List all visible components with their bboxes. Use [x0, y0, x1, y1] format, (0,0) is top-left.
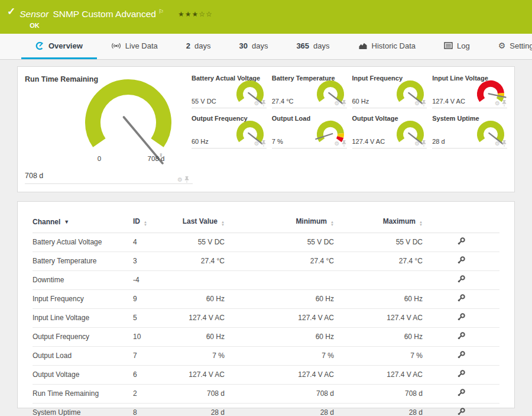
gauge-actions: ⚙ [177, 176, 189, 183]
pin-icon[interactable] [421, 100, 426, 107]
channel-minimum: 127.4 V AC [225, 309, 334, 328]
channel-settings-button[interactable] [457, 237, 466, 246]
channel-settings-button[interactable] [457, 275, 466, 283]
gauge-icon [35, 41, 44, 50]
column-header-id[interactable]: ID▲▼ [133, 212, 177, 233]
pin-icon[interactable] [342, 140, 346, 147]
channel-id: 5 [133, 309, 177, 328]
gauge-actions: ⚙ [335, 100, 346, 107]
gear-icon[interactable]: ⚙ [335, 141, 340, 147]
gauge-value: 60 Hz [192, 138, 209, 145]
pin-icon[interactable] [502, 140, 507, 147]
gauge-cell-output-load[interactable]: Output Load7 %⚙ [272, 115, 347, 149]
tab-live-data[interactable]: Live Data [97, 34, 172, 59]
tab-number: 2 [186, 41, 190, 50]
pin-icon[interactable] [261, 140, 266, 147]
channel-settings-button[interactable] [457, 312, 466, 321]
pin-icon[interactable] [342, 100, 346, 107]
tab-overview[interactable]: Overview [21, 34, 97, 59]
gauge-arc-green [239, 124, 260, 140]
pin-icon[interactable] [421, 140, 426, 147]
gear-icon[interactable]: ⚙ [177, 177, 183, 183]
channel-name[interactable]: Battery Temperature [33, 252, 133, 271]
gear-icon[interactable]: ⚙ [414, 141, 420, 147]
tab-number: 30 [239, 41, 247, 50]
priority-stars[interactable]: ★★★☆☆ [178, 10, 213, 18]
channel-settings-button[interactable] [457, 331, 466, 340]
tab-365-days[interactable]: 365 days [282, 34, 343, 59]
channel-name[interactable]: System Uptime [33, 404, 133, 416]
channel-id: 3 [133, 252, 177, 271]
channel-maximum: 127.4 V AC [334, 309, 423, 328]
channel-last-value: 60 Hz [177, 290, 225, 309]
channel-name[interactable]: Output Load [33, 347, 133, 366]
column-header-minimum[interactable]: Minimum▲▼ [225, 212, 334, 233]
channel-id: 9 [133, 290, 177, 309]
gauge-cell-input-line-voltage[interactable]: Input Line Voltage127.4 V AC⚙ [432, 75, 507, 108]
pin-icon[interactable] [184, 176, 189, 183]
channel-name[interactable]: Output Voltage [33, 366, 133, 385]
gauge-cell-battery-temperature[interactable]: Battery Temperature27.4 °C⚙ [272, 75, 347, 108]
primary-gauge: 0 708 d x̄ [72, 76, 184, 165]
pin-icon[interactable] [502, 100, 507, 107]
tab-2-days[interactable]: 2 days [172, 34, 225, 59]
tab-historic-data[interactable]: Historic Data [344, 34, 430, 59]
channel-minimum: 60 Hz [225, 328, 334, 347]
tab-bar: Overview Live Data 2 days 30 days 365 da… [0, 34, 532, 60]
channel-name[interactable]: Battery Actual Voltage [33, 233, 133, 252]
column-label: Minimum [296, 217, 327, 225]
channel-last-value: 127.4 V AC [177, 309, 225, 328]
wrench-icon [457, 331, 466, 340]
gauge-cell-system-uptime[interactable]: System Uptime28 d⚙ [432, 115, 507, 149]
channel-id: -4 [133, 271, 177, 290]
channel-settings-button[interactable] [457, 407, 466, 416]
gear-icon[interactable]: ⚙ [414, 101, 420, 107]
gauge-cell-battery-actual-voltage[interactable]: Battery Actual Voltage55 V DC⚙ [192, 75, 267, 108]
channel-settings-button[interactable] [457, 350, 466, 359]
flag-icon[interactable]: ⚐ [158, 8, 164, 15]
channel-name[interactable]: Downtime [33, 271, 133, 290]
gauge-arc-green [400, 124, 421, 140]
tab-label: Settings [510, 41, 532, 50]
tab-30-days[interactable]: 30 days [225, 34, 282, 59]
gauges-panel: Run Time Remaining 0 708 d x̄ 708 d ⚙ Ba… [17, 66, 515, 192]
gear-icon[interactable]: ⚙ [495, 141, 500, 147]
channel-name[interactable]: Input Line Voltage [33, 309, 133, 328]
wrench-icon [457, 256, 466, 265]
tab-label: Live Data [125, 41, 158, 50]
pin-icon[interactable] [261, 100, 266, 107]
channel-settings-button[interactable] [457, 388, 466, 397]
sort-desc-icon: ▼ [64, 219, 69, 225]
channel-name[interactable]: Output Frequency [33, 328, 133, 347]
channel-name[interactable]: Run Time Remaining [33, 385, 133, 404]
column-header-maximum[interactable]: Maximum▲▼ [334, 212, 423, 233]
tab-settings[interactable]: ⚙ Settings [484, 34, 532, 59]
gauge-cell-output-voltage[interactable]: Output Voltage127.4 V AC⚙ [352, 115, 427, 149]
channel-last-value: 28 d [177, 404, 225, 416]
gauge-cell-output-frequency[interactable]: Output Frequency60 Hz⚙ [192, 115, 267, 149]
gear-icon[interactable]: ⚙ [254, 141, 259, 147]
stars-filled: ★★★ [178, 10, 199, 18]
channel-settings-button[interactable] [457, 294, 466, 302]
gear-icon[interactable]: ⚙ [495, 101, 500, 107]
primary-gauge-cell[interactable]: Run Time Remaining 0 708 d x̄ 708 d ⚙ [25, 67, 188, 192]
gauge-value: 708 d [25, 172, 43, 180]
channel-minimum [225, 271, 334, 290]
gauge-value: 127.4 V AC [432, 98, 465, 105]
small-gauges-grid: Battery Actual Voltage55 V DC⚙Battery Te… [192, 67, 507, 192]
tab-label: Log [457, 41, 470, 50]
channels-panel: Channel▼ ID▲▼ Last Value▲▼ Minimum▲▼ Max… [17, 201, 515, 408]
gear-icon[interactable]: ⚙ [254, 101, 259, 107]
channel-maximum: 60 Hz [334, 328, 423, 347]
channel-settings-cell [423, 290, 499, 309]
tab-log[interactable]: Log [430, 34, 484, 59]
tab-label: Historic Data [372, 41, 416, 50]
column-header-channel[interactable]: Channel▼ [33, 212, 133, 233]
gear-icon[interactable]: ⚙ [335, 101, 340, 107]
channel-name[interactable]: Input Frequency [33, 290, 133, 309]
channel-settings-button[interactable] [457, 256, 466, 265]
channel-settings-button[interactable] [457, 369, 466, 378]
table-row: Downtime-4 [33, 271, 499, 290]
column-header-last-value[interactable]: Last Value▲▼ [177, 212, 225, 233]
gauge-cell-input-frequency[interactable]: Input Frequency60 Hz⚙ [352, 75, 427, 108]
